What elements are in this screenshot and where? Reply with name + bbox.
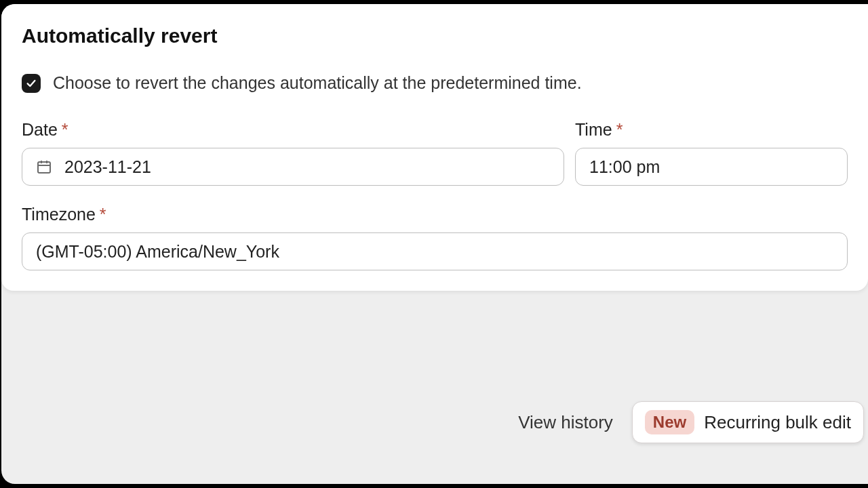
time-field: Time* 11:00 pm	[575, 120, 848, 186]
timezone-label: Timezone*	[22, 205, 848, 224]
recurring-bulk-edit-label: Recurring bulk edit	[704, 412, 851, 433]
svg-rect-0	[38, 162, 50, 173]
time-label-text: Time	[575, 120, 612, 139]
timezone-field: Timezone* (GMT-05:00) America/New_York	[22, 205, 848, 270]
recurring-bulk-edit-button[interactable]: New Recurring bulk edit	[632, 401, 864, 443]
required-marker: *	[62, 120, 68, 139]
app-surface: Automatically revert Choose to revert th…	[1, 4, 868, 484]
new-badge: New	[645, 410, 694, 434]
date-value: 2023-11-21	[64, 157, 151, 177]
required-marker: *	[616, 120, 623, 139]
date-input[interactable]: 2023-11-21	[22, 148, 564, 186]
date-label: Date*	[22, 120, 564, 140]
required-marker: *	[100, 205, 106, 224]
view-history-button[interactable]: View history	[518, 412, 613, 433]
time-input[interactable]: 11:00 pm	[575, 148, 848, 186]
time-value: 11:00 pm	[589, 157, 660, 177]
auto-revert-checkbox-label: Choose to revert the changes automatical…	[53, 73, 582, 93]
timezone-value: (GMT-05:00) America/New_York	[36, 242, 279, 262]
auto-revert-checkbox[interactable]	[22, 74, 41, 93]
check-icon	[26, 78, 37, 89]
auto-revert-checkbox-row[interactable]: Choose to revert the changes automatical…	[22, 73, 848, 93]
date-time-row: Date* 2023-11-21 Time* 11:00 pm	[22, 120, 848, 186]
timezone-input[interactable]: (GMT-05:00) America/New_York	[22, 232, 848, 270]
date-field: Date* 2023-11-21	[22, 120, 564, 186]
time-label: Time*	[575, 120, 848, 140]
timezone-label-text: Timezone	[22, 205, 96, 224]
auto-revert-card: Automatically revert Choose to revert th…	[1, 4, 868, 291]
calendar-icon	[36, 159, 52, 175]
section-title: Automatically revert	[22, 24, 848, 47]
footer-actions: View history New Recurring bulk edit	[518, 401, 868, 443]
date-label-text: Date	[22, 120, 58, 139]
viewport: Automatically revert Choose to revert th…	[0, 0, 868, 488]
